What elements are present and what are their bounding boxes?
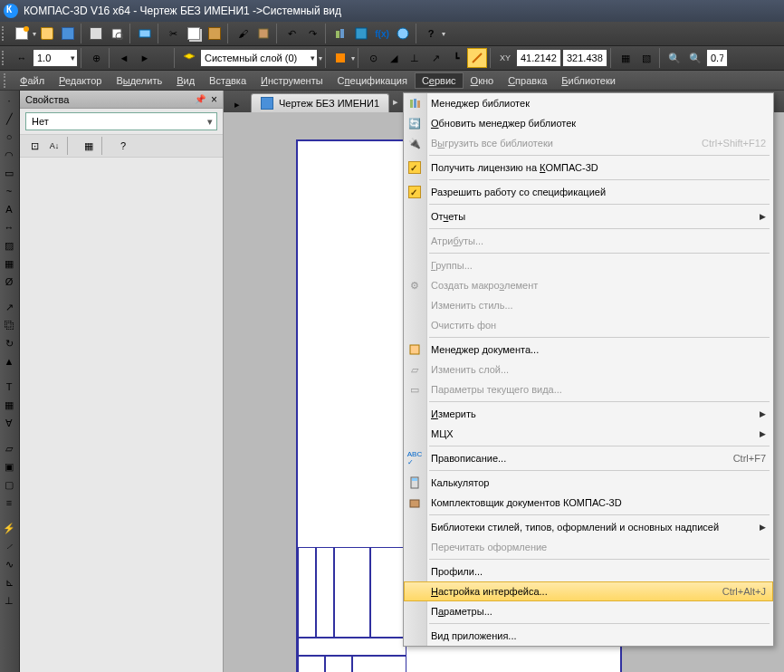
properties-select[interactable]: Нет	[25, 112, 217, 130]
mi-params[interactable]: Параметры...	[404, 601, 773, 621]
left-button[interactable]: ◄	[114, 48, 134, 68]
scale-icon[interactable]: ↔	[12, 48, 32, 68]
mi-packager[interactable]: Комплектовщик документов КОМПАС-3D	[404, 493, 773, 513]
menu-insert[interactable]: Вставка	[202, 72, 253, 89]
grid1-button[interactable]: ▦	[616, 48, 636, 68]
fx-button[interactable]: f(x)	[372, 24, 392, 43]
mi-allow-spec[interactable]: Разрешить работу со спецификацией	[404, 182, 773, 202]
tool-g4[interactable]: ⊥	[1, 592, 17, 609]
menu-libs[interactable]: Библиотеки	[554, 72, 623, 89]
props-button[interactable]	[253, 24, 273, 43]
properties-titlebar[interactable]: Свойства 📌 ×	[20, 91, 223, 109]
tool-copy[interactable]: ⿻	[1, 317, 17, 333]
right-button[interactable]: ►	[135, 48, 155, 68]
tool-g2[interactable]: ∿	[1, 556, 17, 572]
pin-icon[interactable]: 📌	[195, 94, 206, 104]
tab-list-button[interactable]: ▸	[227, 94, 247, 114]
coord-x-input[interactable]	[516, 49, 561, 67]
tool-point[interactable]: ·	[1, 92, 17, 109]
mi-calculator[interactable]: Калькулятор	[404, 473, 773, 493]
tool-b2[interactable]: ▢	[1, 476, 17, 493]
prop-b1[interactable]: ⊡	[25, 137, 43, 155]
print-preview-button[interactable]	[107, 24, 127, 43]
redo-button[interactable]: ↷	[302, 24, 322, 43]
zoom-input[interactable]	[706, 49, 728, 67]
tool-move[interactable]: ↗	[1, 299, 17, 315]
coord-y-input[interactable]	[562, 49, 607, 67]
undo-button[interactable]: ↶	[282, 24, 301, 43]
grid2-button[interactable]: ▧	[636, 48, 656, 68]
tool-dim[interactable]: ↔	[1, 219, 17, 235]
tool-rotate[interactable]: ↻	[1, 335, 17, 351]
move-button[interactable]: ⊕	[86, 48, 106, 68]
menu-file[interactable]: Файл	[13, 72, 52, 89]
vars-button[interactable]	[351, 24, 371, 43]
tool-arc[interactable]: ◠	[1, 147, 17, 163]
mi-mcx[interactable]: МЦХ▶	[404, 424, 773, 444]
brush-button[interactable]: 🖌	[233, 24, 253, 43]
menu-service[interactable]: Сервис	[415, 72, 464, 89]
new-button[interactable]	[12, 24, 32, 43]
menubar-handle[interactable]	[4, 73, 9, 88]
layer-dropdown[interactable]: Системный слой (0)	[200, 49, 318, 67]
globe-button[interactable]	[393, 24, 413, 43]
tool-align[interactable]: ≡	[1, 494, 17, 511]
tool-layer[interactable]: ▱	[1, 440, 17, 456]
toolbar-handle[interactable]	[2, 51, 7, 65]
menu-help[interactable]: Справка	[501, 72, 554, 89]
mi-profiles[interactable]: Профили...	[404, 562, 773, 581]
tool-symbol[interactable]: Ø	[1, 274, 17, 290]
menu-window[interactable]: Окно	[464, 72, 502, 89]
menu-tools[interactable]: Инструменты	[253, 72, 330, 89]
tool-grid[interactable]: ▦	[1, 397, 17, 413]
copy-button[interactable]	[184, 24, 204, 43]
lib-button[interactable]	[330, 24, 350, 43]
tool-circle[interactable]: ○	[1, 129, 17, 145]
menu-select[interactable]: Выделить	[109, 72, 169, 89]
snap1-button[interactable]: ⊙	[363, 48, 383, 68]
scale-dropdown[interactable]: 1.0	[33, 49, 78, 67]
menu-view[interactable]: Вид	[169, 72, 202, 89]
snap2-button[interactable]: ◢	[384, 48, 404, 68]
zoom-in-button[interactable]: 🔍	[664, 48, 684, 68]
toolbar-handle[interactable]	[2, 26, 7, 41]
tool-line[interactable]: ╱	[1, 110, 17, 127]
prop-b4[interactable]: ?	[114, 137, 132, 155]
snap4-button[interactable]: ↗	[425, 48, 445, 68]
tool-t[interactable]: T	[1, 379, 17, 395]
tool-bolt[interactable]: ⚡	[1, 520, 17, 536]
help-button[interactable]: ?	[421, 24, 441, 43]
preview-button[interactable]	[135, 24, 155, 43]
mi-style-libs[interactable]: Библиотеки стилей, типов, оформлений и о…	[404, 517, 773, 537]
tool-rect[interactable]: ▭	[1, 165, 17, 181]
color-button[interactable]	[330, 48, 350, 68]
close-icon[interactable]: ×	[211, 93, 217, 106]
save-button[interactable]	[58, 24, 78, 43]
snap6-button[interactable]	[467, 48, 487, 68]
tool-g3[interactable]: ⊾	[1, 574, 17, 590]
tool-mirror[interactable]: ▲	[1, 353, 17, 370]
snap5-button[interactable]: ┗	[446, 48, 466, 68]
mi-app-view[interactable]: Вид приложения...	[404, 626, 773, 646]
open-button[interactable]	[37, 24, 57, 43]
tool-g1[interactable]: ⟋	[1, 538, 17, 554]
mi-get-license[interactable]: Получить лицензию на КОМПАС-3D	[404, 158, 773, 178]
menu-spec[interactable]: Спецификация	[330, 72, 415, 89]
mi-lib-manager[interactable]: Менеджер библиотек	[404, 93, 773, 113]
document-tab[interactable]: Чертеж БЕЗ ИМЕНИ1	[251, 93, 389, 112]
layer-icon[interactable]	[179, 48, 199, 68]
tool-a[interactable]: ∀	[1, 415, 17, 431]
tool-b1[interactable]: ▣	[1, 458, 17, 475]
tool-table[interactable]: ▦	[1, 255, 17, 272]
tool-spline[interactable]: ~	[1, 183, 17, 199]
prop-b3[interactable]: ▦	[80, 137, 98, 155]
print-button[interactable]	[86, 24, 106, 43]
menu-editor[interactable]: Редактор	[52, 72, 109, 89]
mi-measure[interactable]: Измерить▶	[404, 404, 773, 424]
snap3-button[interactable]: ⊥	[405, 48, 425, 68]
prop-b2[interactable]: A↓	[45, 137, 63, 155]
zoom-out-button[interactable]: 🔍	[685, 48, 705, 68]
mi-update-libmgr[interactable]: 🔄 Обновить менеджер библиотек	[404, 113, 773, 133]
mi-doc-manager[interactable]: Менеджер документа...	[404, 340, 773, 360]
tool-text[interactable]: A	[1, 201, 17, 217]
